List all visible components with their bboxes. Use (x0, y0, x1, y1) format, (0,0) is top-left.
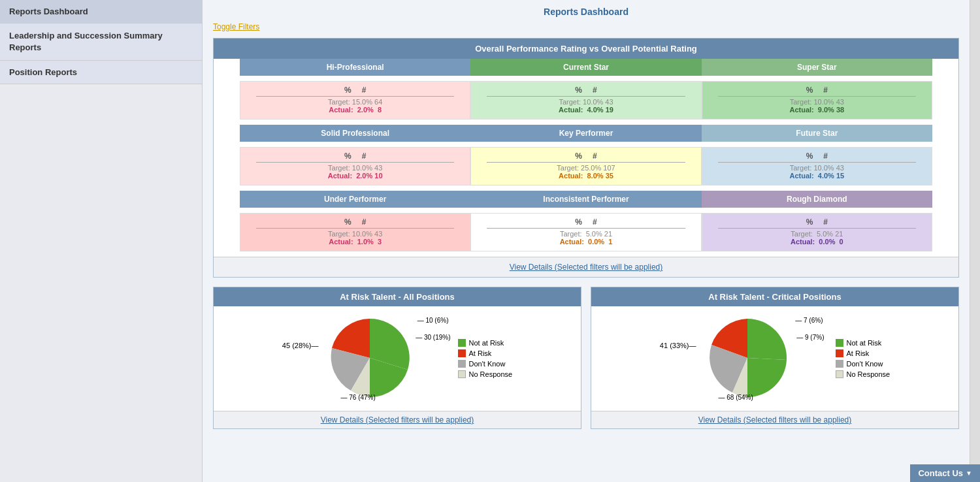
cell-label-super-star: Super Star (702, 59, 932, 76)
sidebar-item-label: Leadership and Succession Summary Report… (9, 31, 163, 52)
legend-all: Not at Risk At Risk Don't Know No R (458, 339, 512, 378)
pct-hash-label: %# (243, 217, 467, 227)
legend-label-dont-know-critical: Don't Know (846, 360, 883, 368)
spacer (282, 349, 319, 376)
scrollbar[interactable] (970, 0, 980, 482)
chart-critical-positions: At Risk Talent - Critical Positions 41 (… (591, 287, 959, 429)
actual-future-star: Actual: 4.0% 15 (705, 172, 929, 180)
target-hi-professional: Target: 15.0% 64 (243, 98, 467, 106)
legend-color-at-risk-critical (836, 349, 843, 357)
pct-hash-label: %# (705, 152, 929, 161)
chart-all-positions-view-details[interactable]: View Details (Selected filters will be a… (214, 411, 581, 428)
actual-solid-professional: Actual: 2.0% 10 (243, 172, 467, 180)
legend-item-no-response-all: No Response (458, 370, 512, 378)
slice-not-at-risk-critical-2 (747, 358, 787, 397)
toggle-filters-link[interactable]: Toggle Filters (213, 22, 259, 31)
perf-row2-data: %# Target: 10.0% 43 Actual: 2.0% 10 %# T… (214, 142, 958, 191)
perf-row1-labels: Hi-Professional Current Star Super Star (214, 59, 958, 76)
target-inconsistent-performer: Target: 5.0% 21 (474, 230, 698, 238)
slice-not-at-risk-critical (747, 318, 787, 359)
contact-us-button[interactable]: Contact Us ▼ (910, 464, 980, 482)
legend-item-at-risk-critical: At Risk (836, 349, 890, 357)
cell-data-inconsistent-performer: %# Target: 5.0% 21 Actual: 0.0% 1 (470, 213, 701, 251)
cell-label-rough-diamond: Rough Diamond (702, 191, 932, 208)
annotation-68-54-critical: — 68 (54%) (718, 394, 753, 401)
legend-label-not-at-risk-all: Not at Risk (468, 339, 504, 347)
legend-label-at-risk-all: At Risk (468, 349, 491, 357)
chart-critical-positions-view-details[interactable]: View Details (Selected filters will be a… (591, 411, 958, 428)
legend-color-dont-know-all (458, 360, 466, 368)
perf-row2-labels: Solid Professional Key Performer Future … (214, 125, 958, 142)
pct-hash-label: %# (243, 152, 467, 161)
legend-color-no-response-critical (836, 370, 843, 378)
sidebar-item-reports-dashboard[interactable]: Reports Dashboard (0, 0, 202, 24)
cell-data-solid-professional: %# Target: 10.0% 43 Actual: 2.0% 10 (240, 147, 470, 185)
legend-critical: Not at Risk At Risk Don't Know No R (836, 339, 890, 378)
cell-data-super-star: %# Target: 10.0% 43 Actual: 9.0% 38 (702, 81, 932, 120)
actual-key-performer: Actual: 8.0% 35 (474, 172, 698, 180)
legend-item-not-at-risk-all: Not at Risk (458, 339, 512, 347)
legend-label-no-response-all: No Response (468, 370, 512, 378)
perf-row1-data: %# Target: 15.0% 64 Actual: 2.0% 8 %# Ta… (214, 76, 958, 125)
cell-label-under-performer: Under Performer (240, 191, 470, 208)
chart-all-positions-header: At Risk Talent - All Positions (214, 287, 581, 306)
legend-color-dont-know-critical (836, 360, 843, 368)
annotation-10-6-all: — 10 (6%) (417, 317, 449, 324)
cell-data-current-star: %# Target: 10.0% 43 Actual: 4.0% 19 (470, 81, 701, 120)
cell-data-hi-professional: %# Target: 15.0% 64 Actual: 2.0% 8 (240, 81, 470, 120)
actual-under-performer: Actual: 1.0% 3 (243, 238, 467, 246)
legend-item-no-response-critical: No Response (836, 370, 890, 378)
sidebar-item-leadership-succession[interactable]: Leadership and Succession Summary Report… (0, 24, 202, 61)
target-current-star: Target: 10.0% 43 (474, 98, 698, 106)
cell-data-under-performer: %# Target: 10.0% 43 Actual: 1.0% 3 (240, 213, 470, 251)
sidebar-item-position-reports[interactable]: Position Reports (0, 61, 202, 84)
sidebar-item-label: Position Reports (9, 67, 77, 77)
annotation-76-47-all: — 76 (47%) (340, 394, 375, 401)
legend-color-not-at-risk-critical (836, 339, 843, 347)
annotation-9-7-critical: — 9 (7%) (796, 334, 824, 341)
perf-row3-data: %# Target: 10.0% 43 Actual: 1.0% 3 %# Ta… (214, 208, 958, 257)
charts-row: At Risk Talent - All Positions 45 (28%)— (213, 287, 959, 429)
target-under-performer: Target: 10.0% 43 (243, 230, 467, 238)
spacer2 (660, 349, 696, 376)
actual-inconsistent-performer: Actual: 0.0% 1 (474, 238, 698, 246)
legend-color-no-response-all (458, 370, 466, 378)
cell-label-current-star: Current Star (470, 59, 701, 76)
cell-label-solid-professional: Solid Professional (240, 125, 470, 142)
cell-label-inconsistent-performer: Inconsistent Performer (470, 191, 701, 208)
performance-view-details[interactable]: View Details (Selected filters will be a… (214, 257, 958, 277)
pie-chart-critical (705, 315, 790, 400)
actual-rough-diamond: Actual: 0.0% 0 (705, 238, 929, 246)
sidebar-item-label: Reports Dashboard (9, 7, 88, 16)
pct-hash-label: %# (474, 152, 698, 161)
legend-item-at-risk-all: At Risk (458, 349, 512, 357)
sidebar: Reports Dashboard Leadership and Success… (0, 0, 203, 482)
cell-label-key-performer: Key Performer (470, 125, 701, 142)
pct-hash-label: %# (705, 217, 929, 227)
cell-data-future-star: %# Target: 10.0% 43 Actual: 4.0% 15 (702, 147, 932, 185)
cell-label-future-star: Future Star (702, 125, 932, 142)
target-solid-professional: Target: 10.0% 43 (243, 164, 467, 172)
pie-chart-all (327, 315, 412, 400)
actual-super-star: Actual: 9.0% 38 (705, 106, 929, 114)
pie-left-annotations-critical: 41 (33%)— (660, 342, 696, 376)
chart-critical-positions-header: At Risk Talent - Critical Positions (591, 287, 958, 306)
pie-left-annotations-all: 45 (28%)— (282, 342, 319, 376)
chart-all-positions-body: 45 (28%)— (214, 306, 581, 411)
target-future-star: Target: 10.0% 43 (705, 164, 929, 172)
pct-hash-label: %# (243, 86, 467, 95)
performance-grid-header: Overall Performance Rating vs Overall Po… (214, 39, 958, 59)
pie-wrapper-critical: 41 (33%)— — 7 (6%) — 9 (7%) (660, 315, 890, 402)
target-key-performer: Target: 25.0% 107 (474, 164, 698, 172)
legend-item-dont-know-critical: Don't Know (836, 360, 890, 368)
pct-hash-label: %# (474, 217, 698, 227)
actual-hi-professional: Actual: 2.0% 8 (243, 106, 467, 114)
legend-item-not-at-risk-critical: Not at Risk (836, 339, 890, 347)
main-content: Reports Dashboard Toggle Filters Overall… (203, 0, 970, 482)
annotation-45-28: 45 (28%)— (282, 342, 319, 349)
target-rough-diamond: Target: 5.0% 21 (705, 230, 929, 238)
cell-label-hi-professional: Hi-Professional (240, 59, 470, 76)
legend-item-dont-know-all: Don't Know (458, 360, 512, 368)
chart-all-positions: At Risk Talent - All Positions 45 (28%)— (213, 287, 581, 429)
annotation-7-6-critical: — 7 (6%) (795, 317, 823, 324)
